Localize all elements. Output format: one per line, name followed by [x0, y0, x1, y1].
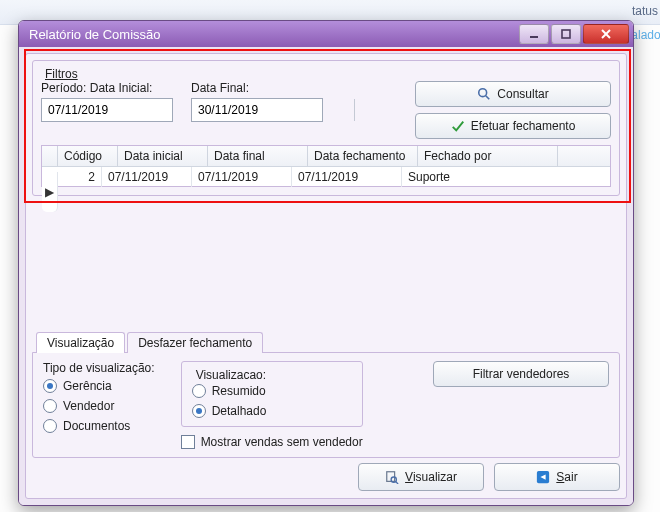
- period-columns: Período: Data Inicial:: [41, 81, 323, 122]
- radio-resumido[interactable]: Resumido: [192, 384, 352, 398]
- filtrar-vendedores-button[interactable]: Filtrar vendedores: [433, 361, 609, 387]
- filters-buttons: Consultar Efetuar fechamento: [415, 81, 611, 139]
- col-data-fechamento[interactable]: Data fechamento: [308, 146, 418, 166]
- radio-documentos[interactable]: Documentos: [43, 419, 155, 433]
- search-icon: [477, 87, 491, 101]
- row-indicator-header: [42, 146, 58, 166]
- bottom-area: Visualização Desfazer fechamento Tipo de…: [32, 331, 620, 458]
- col-data-final: Data Final:: [191, 81, 323, 122]
- data-final-input[interactable]: [191, 98, 323, 122]
- cell-data-final: 07/11/2019: [192, 167, 292, 187]
- radio-documentos-label: Documentos: [63, 419, 130, 433]
- results-grid[interactable]: Código Data inicial Data final Data fech…: [41, 145, 611, 187]
- maximize-button[interactable]: [551, 24, 581, 44]
- svg-rect-1: [562, 30, 570, 38]
- footer-buttons: Visualizar Sair: [32, 462, 620, 492]
- cell-fechado-por: Suporte: [402, 167, 542, 187]
- svg-line-10: [396, 481, 399, 484]
- radio-icon: [192, 404, 206, 418]
- radio-icon: [43, 399, 57, 413]
- filters-row: Período: Data Inicial:: [41, 81, 611, 139]
- checkbox-label: Mostrar vendas sem vendedor: [201, 435, 363, 449]
- window-title: Relatório de Comissão: [29, 27, 161, 42]
- sair-button[interactable]: Sair: [494, 463, 620, 491]
- data-final-field[interactable]: [192, 103, 354, 117]
- filtrar-vendedores-label: Filtrar vendedores: [473, 367, 570, 381]
- maximize-icon: [560, 28, 572, 40]
- col-codigo[interactable]: Código: [58, 146, 118, 166]
- preview-icon: [385, 470, 399, 484]
- viz-group-legend: Visualizacao:: [192, 368, 271, 382]
- radio-vendedor-label: Vendedor: [63, 399, 114, 413]
- filters-legend-text: Filtros: [45, 67, 78, 81]
- filtrar-vendedores-wrap: Filtrar vendedores: [433, 361, 609, 387]
- filters-legend: Filtros: [41, 67, 82, 81]
- visualization-row: Tipo de visualização: Gerência Vendedor …: [43, 361, 609, 449]
- visualizar-label: Visualizar: [405, 470, 457, 484]
- data-inicial-input[interactable]: [41, 98, 173, 122]
- viz-radios: Resumido Detalhado: [192, 384, 352, 418]
- viz-groupbox: Visualizacao: Resumido Detalhado: [181, 361, 363, 427]
- col-data-inicial: Período: Data Inicial:: [41, 81, 173, 122]
- col-fechado-por[interactable]: Fechado por: [418, 146, 558, 166]
- tab-desfazer-fechamento[interactable]: Desfazer fechamento: [127, 332, 263, 353]
- radio-icon: [192, 384, 206, 398]
- radio-detalhado-label: Detalhado: [212, 404, 267, 418]
- checkbox-icon: [181, 435, 195, 449]
- close-button[interactable]: [583, 24, 629, 44]
- minimize-button[interactable]: [519, 24, 549, 44]
- radio-gerencia[interactable]: Gerência: [43, 379, 155, 393]
- svg-point-6: [479, 89, 487, 97]
- check-icon: [451, 119, 465, 133]
- data-inicial-field[interactable]: [42, 103, 204, 117]
- tipo-visualizacao-group: Tipo de visualização: Gerência Vendedor …: [43, 361, 155, 433]
- row-indicator-icon: ▶: [42, 172, 58, 212]
- close-icon: [600, 28, 612, 40]
- tab-visualizacao[interactable]: Visualização: [36, 332, 125, 353]
- dialog-window: Relatório de Comissão Filtros: [18, 20, 634, 506]
- radio-icon: [43, 379, 57, 393]
- radio-detalhado[interactable]: Detalhado: [192, 404, 352, 418]
- svg-line-7: [486, 96, 490, 100]
- data-inicial-label: Data Inicial:: [90, 81, 153, 95]
- periodo-labels: Período: Data Inicial:: [41, 81, 173, 95]
- sair-label: Sair: [556, 470, 577, 484]
- exit-icon: [536, 470, 550, 484]
- efetuar-fechamento-button[interactable]: Efetuar fechamento: [415, 113, 611, 139]
- stage: tatus talado Relatório de Comissão: [0, 0, 660, 512]
- grid-header-row: Código Data inicial Data final Data fech…: [42, 146, 610, 167]
- main-panel: Filtros Período: Data Inicial:: [25, 53, 627, 499]
- minimize-icon: [528, 28, 540, 40]
- table-row[interactable]: ▶ 2 07/11/2019 07/11/2019 07/11/2019 Sup…: [42, 167, 610, 187]
- radio-icon: [43, 419, 57, 433]
- window-body: Filtros Período: Data Inicial:: [19, 47, 633, 505]
- visualizacao-subgroup: Visualizacao: Resumido Detalhado Mostrar…: [181, 361, 363, 449]
- bg-text-tatus: tatus: [632, 4, 658, 18]
- window-buttons: [519, 24, 629, 44]
- titlebar[interactable]: Relatório de Comissão: [19, 21, 633, 47]
- radio-vendedor[interactable]: Vendedor: [43, 399, 155, 413]
- efetuar-label: Efetuar fechamento: [471, 119, 576, 133]
- tipo-legend: Tipo de visualização:: [43, 361, 155, 375]
- consultar-button[interactable]: Consultar: [415, 81, 611, 107]
- col-data-final[interactable]: Data final: [208, 146, 308, 166]
- cell-data-inicial: 07/11/2019: [102, 167, 192, 187]
- radio-gerencia-label: Gerência: [63, 379, 112, 393]
- cell-data-fechamento: 07/11/2019: [292, 167, 402, 187]
- data-final-label: Data Final:: [191, 81, 323, 95]
- checkbox-mostrar-sem-vendedor[interactable]: Mostrar vendas sem vendedor: [181, 435, 363, 449]
- tabs: Visualização Desfazer fechamento: [36, 331, 620, 352]
- radio-resumido-label: Resumido: [212, 384, 266, 398]
- filters-fieldset: Filtros Período: Data Inicial:: [32, 60, 620, 196]
- visualizar-button[interactable]: Visualizar: [358, 463, 484, 491]
- col-data-inicial[interactable]: Data inicial: [118, 146, 208, 166]
- tab-body: Tipo de visualização: Gerência Vendedor …: [32, 352, 620, 458]
- data-final-picker-button[interactable]: [354, 99, 355, 121]
- periodo-label: Período:: [41, 81, 86, 95]
- consultar-label: Consultar: [497, 87, 548, 101]
- tipo-radios: Gerência Vendedor Documentos: [43, 379, 155, 433]
